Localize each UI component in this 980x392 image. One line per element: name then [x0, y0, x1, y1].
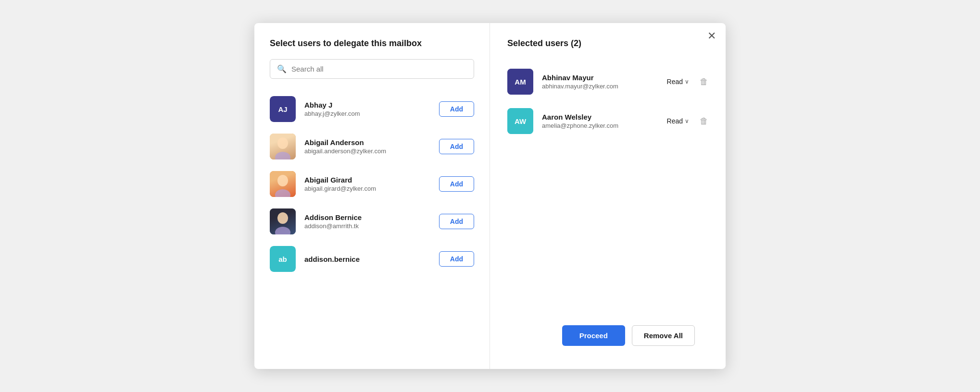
selected-user-email: amelia@zphone.zylker.com	[542, 122, 667, 129]
user-name: Abhay J	[304, 101, 439, 109]
delete-user-button[interactable]: 🗑	[698, 75, 710, 89]
search-box: 🔍	[270, 59, 474, 79]
modal-footer: Proceed Remove All	[507, 317, 710, 357]
proceed-button[interactable]: Proceed	[562, 325, 625, 346]
selected-list: AM Abhinav Mayur abhinav.mayur@zylker.co…	[507, 62, 710, 317]
selected-user-avatar: AM	[507, 69, 533, 95]
user-avatar	[270, 208, 296, 234]
selected-user-item: AM Abhinav Mayur abhinav.mayur@zylker.co…	[507, 62, 710, 101]
user-item: Abigail Anderson abigail.anderson@zylker…	[270, 128, 474, 165]
add-user-button[interactable]: Add	[439, 176, 474, 192]
permission-label: Read	[667, 117, 683, 125]
permission-label: Read	[667, 78, 683, 86]
user-info: addison.bernice	[304, 255, 439, 263]
chevron-down-icon: ∨	[685, 118, 689, 124]
svg-point-1	[277, 137, 288, 149]
svg-point-7	[277, 212, 288, 224]
user-avatar	[270, 171, 296, 197]
modal: ✕ Select users to delegate this mailbox …	[254, 23, 726, 369]
selected-user-avatar: AW	[507, 108, 533, 134]
left-panel-title: Select users to delegate this mailbox	[270, 38, 474, 49]
delete-user-button[interactable]: 🗑	[698, 114, 710, 128]
selected-user-info: Abhinav Mayur abhinav.mayur@zylker.com	[542, 74, 667, 90]
user-info: Abhay J abhay.j@zylker.com	[304, 101, 439, 117]
add-user-button[interactable]: Add	[439, 101, 474, 117]
selected-panel-title: Selected users (2)	[507, 38, 710, 49]
permission-dropdown[interactable]: Read ∨	[667, 78, 689, 86]
user-item: Addison Bernice addison@amrrith.tk Add	[270, 203, 474, 240]
svg-point-8	[275, 227, 290, 234]
selected-user-name: Abhinav Mayur	[542, 74, 667, 82]
user-name: Addison Bernice	[304, 213, 439, 221]
user-info: Addison Bernice addison@amrrith.tk	[304, 213, 439, 230]
selected-user-email: abhinav.mayur@zylker.com	[542, 83, 667, 90]
right-panel: Selected users (2) AM Abhinav Mayur abhi…	[490, 23, 726, 369]
chevron-down-icon: ∨	[685, 78, 689, 85]
svg-point-5	[275, 189, 290, 197]
user-email: addison@amrrith.tk	[304, 222, 439, 230]
add-user-button[interactable]: Add	[439, 139, 474, 154]
selected-user-name: Aaron Welsley	[542, 113, 667, 121]
user-name: addison.bernice	[304, 255, 439, 263]
user-info: Abigail Girard abigail.girard@zylker.com	[304, 176, 439, 192]
search-icon: 🔍	[277, 64, 287, 74]
user-avatar: AJ	[270, 96, 296, 122]
svg-point-2	[275, 152, 290, 159]
search-input[interactable]	[291, 65, 467, 73]
permission-dropdown[interactable]: Read ∨	[667, 117, 689, 125]
user-email: abhay.j@zylker.com	[304, 110, 439, 117]
user-name: Abigail Girard	[304, 176, 439, 184]
add-user-button[interactable]: Add	[439, 214, 474, 229]
close-button[interactable]: ✕	[707, 31, 716, 41]
add-user-button[interactable]: Add	[439, 251, 474, 267]
user-email: abigail.anderson@zylker.com	[304, 147, 439, 155]
user-avatar: ab	[270, 246, 296, 272]
selected-user-item: AW Aaron Welsley amelia@zphone.zylker.co…	[507, 101, 710, 141]
user-item: Abigail Girard abigail.girard@zylker.com…	[270, 165, 474, 203]
user-email: abigail.girard@zylker.com	[304, 185, 439, 192]
remove-all-button[interactable]: Remove All	[632, 325, 695, 346]
user-list: AJ Abhay J abhay.j@zylker.com Add Abigai…	[270, 90, 474, 278]
modal-body: Select users to delegate this mailbox 🔍 …	[254, 23, 726, 369]
user-item: ab addison.bernice Add	[270, 240, 474, 278]
selected-user-info: Aaron Welsley amelia@zphone.zylker.com	[542, 113, 667, 129]
user-info: Abigail Anderson abigail.anderson@zylker…	[304, 138, 439, 155]
user-name: Abigail Anderson	[304, 138, 439, 147]
user-avatar	[270, 134, 296, 159]
left-panel: Select users to delegate this mailbox 🔍 …	[254, 23, 490, 369]
user-item: AJ Abhay J abhay.j@zylker.com Add	[270, 90, 474, 128]
svg-point-4	[277, 175, 288, 186]
